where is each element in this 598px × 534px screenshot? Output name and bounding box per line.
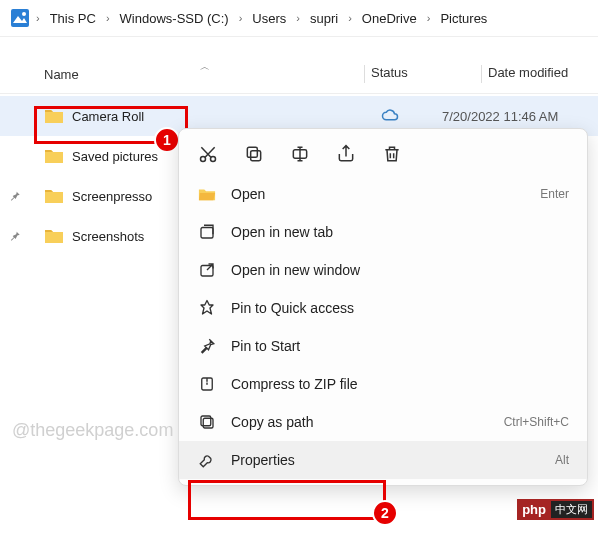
chevron-right-icon: › <box>294 12 302 24</box>
copy-icon[interactable] <box>243 143 265 165</box>
cloud-sync-icon <box>381 107 399 125</box>
menu-label: Open in new window <box>231 262 569 278</box>
folder-name: Saved pictures <box>72 149 158 164</box>
menu-open-new-tab[interactable]: Open in new tab <box>179 213 587 251</box>
pin-start-icon <box>197 336 217 356</box>
svg-point-4 <box>211 157 216 162</box>
menu-label: Pin to Start <box>231 338 569 354</box>
menu-shortcut: Enter <box>540 187 569 201</box>
annotation-badge-1: 1 <box>154 127 180 153</box>
copy-path-icon <box>197 412 217 432</box>
breadcrumb-item[interactable]: Windows-SSD (C:) <box>116 9 233 28</box>
breadcrumb-item[interactable]: This PC <box>46 9 100 28</box>
menu-copy-path[interactable]: Copy as path Ctrl+Shift+C <box>179 403 587 441</box>
new-tab-icon <box>197 222 217 242</box>
context-quick-actions <box>179 135 587 175</box>
context-menu: Open Enter Open in new tab Open in new w… <box>178 128 588 486</box>
svg-rect-9 <box>201 266 213 277</box>
svg-rect-12 <box>201 416 211 426</box>
menu-label: Copy as path <box>231 414 490 430</box>
rename-icon[interactable] <box>289 143 311 165</box>
pin-icon <box>8 176 22 216</box>
zip-icon <box>197 374 217 394</box>
menu-label: Open in new tab <box>231 224 569 240</box>
svg-rect-0 <box>11 9 29 27</box>
svg-rect-8 <box>201 228 213 239</box>
breadcrumb[interactable]: › This PC › Windows-SSD (C:) › Users › s… <box>0 0 598 37</box>
chevron-right-icon: › <box>346 12 354 24</box>
menu-label: Open <box>231 186 526 202</box>
sort-ascending-icon: ︿ <box>200 60 210 74</box>
svg-rect-6 <box>247 147 257 157</box>
delete-icon[interactable] <box>381 143 403 165</box>
wrench-icon <box>197 450 217 470</box>
folder-icon <box>44 146 64 166</box>
chevron-right-icon: › <box>237 12 245 24</box>
annotation-badge-2: 2 <box>372 500 398 526</box>
pin-icon <box>8 216 22 256</box>
column-divider <box>364 65 365 83</box>
menu-pin-start[interactable]: Pin to Start <box>179 327 587 365</box>
menu-label: Pin to Quick access <box>231 300 569 316</box>
share-icon[interactable] <box>335 143 357 165</box>
chevron-right-icon: › <box>425 12 433 24</box>
column-name-label: Name <box>44 67 79 82</box>
menu-open-new-window[interactable]: Open in new window <box>179 251 587 289</box>
column-date[interactable]: Date modified <box>488 65 598 83</box>
breadcrumb-item[interactable]: OneDrive <box>358 9 421 28</box>
svg-rect-11 <box>203 418 213 428</box>
pictures-app-icon <box>10 8 30 28</box>
svg-point-3 <box>201 157 206 162</box>
breadcrumb-item[interactable]: supri <box>306 9 342 28</box>
pin-icon <box>197 298 217 318</box>
menu-label: Compress to ZIP file <box>231 376 569 392</box>
svg-rect-5 <box>251 151 261 161</box>
new-window-icon <box>197 260 217 280</box>
column-headers[interactable]: ︿ Name Status Date modified <box>0 37 598 94</box>
folder-open-icon <box>197 184 217 204</box>
folder-icon <box>44 186 64 206</box>
php-badge-label: php <box>519 502 549 517</box>
chevron-right-icon: › <box>104 12 112 24</box>
php-badge-cn: 中文网 <box>551 501 592 518</box>
breadcrumb-item[interactable]: Users <box>248 9 290 28</box>
annotation-highlight-2 <box>188 480 386 520</box>
menu-shortcut: Alt <box>555 453 569 467</box>
folder-name: Screenpresso <box>72 189 152 204</box>
menu-shortcut: Ctrl+Shift+C <box>504 415 569 429</box>
cut-icon[interactable] <box>197 143 219 165</box>
column-status[interactable]: Status <box>371 65 475 83</box>
date-modified: 7/20/2022 11:46 AM <box>442 109 598 124</box>
menu-open[interactable]: Open Enter <box>179 175 587 213</box>
menu-properties[interactable]: Properties Alt <box>179 441 587 479</box>
menu-compress-zip[interactable]: Compress to ZIP file <box>179 365 587 403</box>
svg-point-2 <box>22 12 26 16</box>
php-badge: php 中文网 <box>517 499 594 520</box>
column-divider <box>481 65 482 83</box>
folder-icon <box>44 226 64 246</box>
breadcrumb-item[interactable]: Pictures <box>436 9 491 28</box>
folder-name: Screenshots <box>72 229 144 244</box>
menu-pin-quick-access[interactable]: Pin to Quick access <box>179 289 587 327</box>
menu-label: Properties <box>231 452 541 468</box>
chevron-right-icon: › <box>34 12 42 24</box>
watermark-text: @thegeekpage.com <box>12 420 173 441</box>
